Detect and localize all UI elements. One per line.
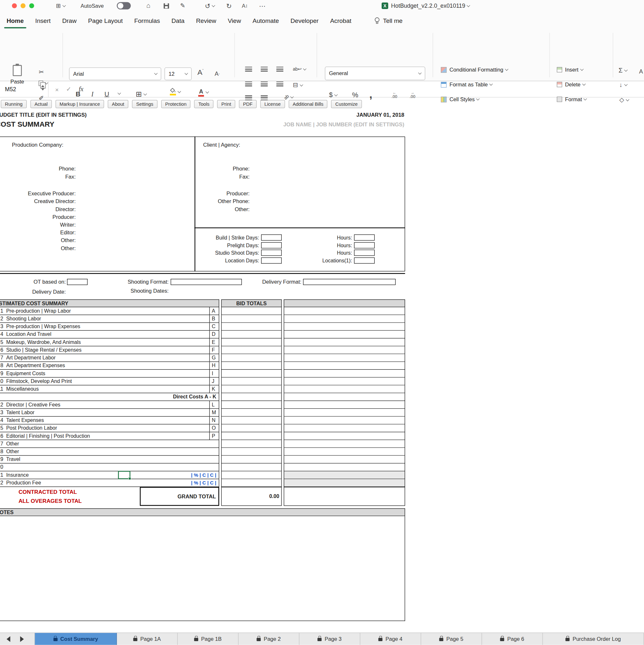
shooting-format-entry-box[interactable]	[171, 279, 242, 285]
cost-row[interactable]: 3Pre-production | Wrap ExpensesC	[0, 323, 405, 331]
bid-total-cell[interactable]	[221, 416, 282, 424]
bold-button[interactable]: B	[76, 90, 80, 98]
bid-total-cell[interactable]	[221, 370, 282, 378]
underline-options-chevron[interactable]	[116, 93, 121, 94]
clear-button[interactable]: ◇	[619, 96, 629, 104]
ribbon-tab-developer[interactable]: Developer	[285, 13, 324, 29]
secondary-cell[interactable]	[284, 456, 405, 463]
shrink-font-button[interactable]: Aˇ	[215, 70, 220, 77]
cost-row[interactable]: 7Art Department LaborG	[0, 354, 405, 362]
bid-total-cell[interactable]	[221, 315, 282, 322]
sheet-tab-page-5[interactable]: Page 5	[421, 633, 482, 645]
increase-indent-button[interactable]	[261, 95, 268, 101]
format-as-table-button[interactable]: Format as Table	[441, 81, 492, 88]
toolbar-button-pdf[interactable]: PDF	[239, 99, 257, 108]
cost-row[interactable]: 11MiscellaneousK	[0, 385, 405, 393]
bid-total-cell[interactable]	[221, 409, 282, 416]
align-middle-button[interactable]	[261, 67, 268, 72]
secondary-cell[interactable]	[284, 409, 405, 416]
percent-style-button[interactable]: %	[352, 91, 358, 99]
font-size-select[interactable]: 12	[164, 67, 191, 80]
cost-row[interactable]: 19Travel	[0, 456, 405, 463]
wrap-text-button[interactable]: ab↩	[293, 67, 306, 72]
ribbon-tab-review[interactable]: Review	[190, 13, 222, 29]
cost-row[interactable]: 12Director | Creative FeesL	[0, 401, 405, 409]
decrease-decimal-button[interactable]: →.00	[410, 90, 415, 99]
secondary-cell[interactable]	[284, 385, 405, 393]
ot-entry-box[interactable]	[67, 279, 88, 285]
cost-row[interactable]: 20	[0, 463, 405, 471]
bid-total-cell[interactable]	[221, 456, 282, 463]
toolbar-button-print[interactable]: Print	[217, 99, 235, 108]
font-name-select[interactable]: Arial	[69, 67, 161, 80]
ribbon-tab-acrobat[interactable]: Acrobat	[324, 13, 357, 29]
secondary-cell[interactable]	[284, 331, 405, 339]
confirm-entry-icon[interactable]: ✓	[66, 85, 71, 93]
entry-box[interactable]	[354, 234, 375, 240]
row-description-cell[interactable]: 11MiscellaneousK	[0, 385, 219, 393]
row-description-cell[interactable]: 17Other	[0, 440, 219, 448]
secondary-cell[interactable]	[284, 432, 405, 440]
sheet-tab-purchase-order-log[interactable]: Purchase Order Log	[543, 633, 644, 645]
row-description-cell[interactable]: 2Shooting LaborB	[0, 315, 219, 322]
row-description-cell[interactable]: Direct Costs A - K	[0, 393, 219, 401]
row-description-cell[interactable]: 16Editorial | Finishing | Post Productio…	[0, 432, 219, 440]
name-box[interactable]: M52	[0, 81, 49, 97]
cost-row[interactable]: 10Filmstock, Develop And PrintJ	[0, 378, 405, 385]
secondary-cell[interactable]	[284, 471, 405, 479]
bid-total-cell[interactable]	[221, 323, 282, 331]
secondary-cell[interactable]	[284, 354, 405, 362]
close-window-button[interactable]	[12, 3, 17, 8]
row-description-cell[interactable]: 5Makeup, Wardrobe, And AnimalsE	[0, 339, 219, 346]
cost-row[interactable]: 8Art Department ExpensesH	[0, 362, 405, 370]
secondary-cell[interactable]	[284, 425, 405, 432]
bid-total-cell[interactable]	[221, 307, 282, 315]
row-description-cell[interactable]: 1Pre-production | Wrap LaborA	[0, 307, 219, 315]
minimize-window-button[interactable]	[21, 3, 25, 8]
row-description-cell[interactable]: 20	[0, 463, 219, 471]
toolbar-button-running[interactable]: Running	[1, 99, 27, 108]
row-description-cell[interactable]: 21Insurance| % | C | C |	[0, 471, 219, 479]
bid-total-cell[interactable]	[221, 463, 282, 471]
grand-total-secondary-cell[interactable]	[284, 487, 405, 506]
toolbar-button-protection[interactable]: Protection	[161, 99, 191, 108]
bid-total-cell[interactable]	[221, 378, 282, 385]
sheet-tab-page-4[interactable]: Page 4	[360, 633, 421, 645]
more-commands-icon[interactable]: ⋯	[259, 0, 266, 12]
secondary-cell[interactable]	[284, 463, 405, 471]
sheet-tab-page-6[interactable]: Page 6	[482, 633, 543, 645]
align-right-button[interactable]	[276, 81, 283, 87]
ribbon-tab-draw[interactable]: Draw	[56, 13, 82, 29]
selected-cell[interactable]	[118, 471, 130, 479]
undo-icon[interactable]: ↺	[205, 0, 215, 12]
secondary-cell[interactable]	[284, 370, 405, 378]
zoom-window-button[interactable]	[29, 3, 34, 8]
bid-total-cell[interactable]	[221, 440, 282, 448]
redo-icon[interactable]: ↻	[226, 0, 232, 12]
underline-button[interactable]: U	[104, 90, 109, 98]
insert-cells-button[interactable]: Insert	[557, 67, 583, 73]
cost-row[interactable]: 16Editorial | Finishing | Post Productio…	[0, 432, 405, 440]
italic-button[interactable]: I	[91, 90, 93, 98]
font-size-adjust-icon[interactable]: A↕	[242, 0, 248, 12]
conditional-formatting-button[interactable]: Conditional Formatting	[441, 67, 508, 73]
autosave-toggle[interactable]	[117, 0, 131, 12]
next-sheet-arrow[interactable]	[20, 636, 24, 642]
secondary-cell[interactable]	[284, 416, 405, 424]
toolbar-button-license[interactable]: License	[260, 99, 285, 108]
secondary-cell[interactable]	[284, 440, 405, 448]
cancel-entry-icon[interactable]: ×	[55, 86, 59, 93]
row-description-cell[interactable]: 6Studio | Stage Rental / ExpensesF	[0, 346, 219, 354]
row-description-cell[interactable]: 7Art Department LaborG	[0, 354, 219, 362]
bid-total-cell[interactable]	[221, 479, 282, 487]
ribbon-tab-insert[interactable]: Insert	[29, 13, 56, 29]
cut-button[interactable]: ✂	[39, 68, 44, 76]
cost-row[interactable]: 18Other	[0, 448, 405, 455]
bid-total-cell[interactable]	[221, 331, 282, 339]
ribbon-tab-page-layout[interactable]: Page Layout	[82, 13, 128, 29]
sheet-tab-page-1a[interactable]: Page 1A	[117, 633, 178, 645]
increase-decimal-button[interactable]: ←.00	[392, 90, 397, 99]
toolbar-button-about[interactable]: About	[108, 99, 128, 108]
ribbon-tab-home[interactable]: Home	[1, 13, 30, 29]
row-description-cell[interactable]: 14Talent ExpensesN	[0, 416, 219, 424]
